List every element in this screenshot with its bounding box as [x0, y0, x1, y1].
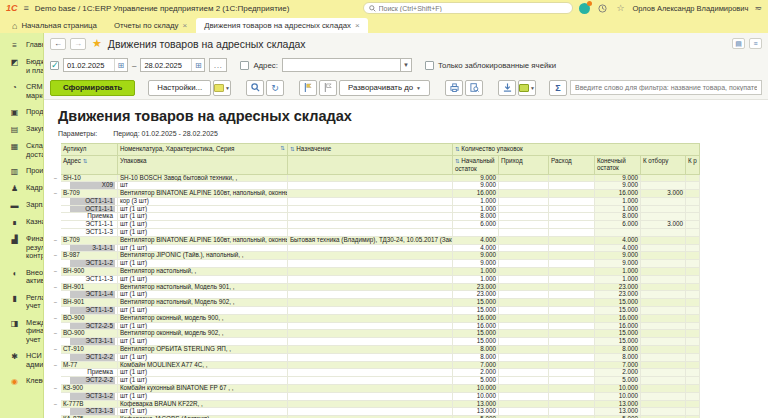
col-purpose[interactable]: ⇅ Назначение — [287, 144, 452, 156]
cell-begin[interactable]: 9.000 — [452, 182, 498, 190]
cell-begin[interactable]: 16.000 — [452, 190, 498, 198]
row-gutter[interactable] — [50, 377, 60, 385]
cell-pick[interactable] — [640, 392, 685, 400]
cell-begin[interactable]: 2.000 — [452, 369, 498, 377]
cell-place[interactable] — [685, 299, 699, 307]
cell-purpose[interactable] — [287, 322, 452, 330]
cell-artikul[interactable]: КЗ-900 — [60, 385, 117, 393]
cell-packing[interactable]: шт — [117, 182, 287, 190]
cell-end[interactable]: 16.000 — [594, 190, 640, 198]
row-gutter[interactable] — [50, 408, 60, 416]
cell-outflow[interactable] — [548, 190, 594, 198]
cell-end[interactable]: 8.000 — [594, 353, 640, 361]
cell-artikul[interactable]: М-77 — [60, 361, 117, 369]
cell-inflow[interactable] — [498, 369, 548, 377]
cell-nomenclature[interactable]: Вентилятор BINATONE ALPINE 160вт, наполь… — [117, 236, 287, 244]
cell-end[interactable]: 1.000 — [594, 205, 640, 213]
cell-nomenclature[interactable]: Вентилятор настольный, , — [117, 268, 287, 276]
cell-inflow[interactable] — [498, 236, 548, 244]
cell-inflow[interactable] — [498, 400, 548, 408]
expand-to-button[interactable]: Разворачивать до▼ — [339, 80, 430, 96]
cell-begin[interactable]: 15.000 — [452, 338, 498, 346]
cell-pick[interactable] — [640, 400, 685, 408]
cell-end[interactable]: 5.000 — [594, 377, 640, 385]
cell-artikul[interactable]: ВН-900 — [60, 268, 117, 276]
cell-artikul[interactable]: В-709 — [60, 236, 117, 244]
sort-icon[interactable]: ⇅ — [455, 146, 460, 152]
cell-end[interactable]: 4.000 — [594, 244, 640, 252]
collapse-icon[interactable]: − — [50, 346, 60, 354]
cell-place[interactable] — [685, 268, 699, 276]
cell-address[interactable]: ЭСТ1-1-5 — [60, 307, 117, 315]
cell-address[interactable]: ЭСТ2-2-2 — [60, 377, 117, 385]
cell-begin[interactable]: 1.000 — [452, 205, 498, 213]
cell-place[interactable] — [685, 229, 699, 237]
cell-begin[interactable]: 15.000 — [452, 299, 498, 307]
cell-begin[interactable]: 9.000 — [452, 174, 498, 182]
cell-address[interactable]: ЭСТ1-1-1 — [60, 221, 117, 229]
cell-purpose[interactable] — [287, 283, 452, 291]
cell-begin[interactable]: 5.000 — [452, 377, 498, 385]
cell-begin[interactable]: 4.000 — [452, 244, 498, 252]
cell-purpose[interactable] — [287, 385, 452, 393]
cell-pick[interactable] — [640, 229, 685, 237]
col-purpose-sub[interactable] — [287, 155, 452, 174]
cell-packing[interactable]: шт (1 шт) — [117, 369, 287, 377]
find-icon[interactable] — [246, 80, 264, 96]
cell-inflow[interactable] — [498, 229, 548, 237]
cell-purpose[interactable] — [287, 221, 452, 229]
cell-place[interactable] — [685, 205, 699, 213]
cell-purpose[interactable] — [287, 275, 452, 283]
cell-outflow[interactable] — [548, 236, 594, 244]
sidebar-item-assets[interactable]: ◖Внеоборотные активы — [0, 265, 43, 290]
cell-inflow[interactable] — [498, 244, 548, 252]
cell-nomenclature[interactable]: Вентилятор оконный, модель 900, , — [117, 314, 287, 322]
cell-artikul[interactable]: ВН-901 — [60, 283, 117, 291]
calendar-icon[interactable]: ⊞ — [191, 59, 204, 71]
collapse-icon[interactable]: − — [50, 283, 60, 291]
cell-pick[interactable] — [640, 197, 685, 205]
cell-begin[interactable]: 10.000 — [452, 385, 498, 393]
cell-end[interactable]: 9.000 — [594, 260, 640, 268]
cell-inflow[interactable] — [498, 268, 548, 276]
table-row[interactable]: ЭСТ2-2-2шт (1 шт)5.0005.000 — [50, 377, 699, 385]
sidebar-item-fin-result[interactable]: ▟Финансовый результат и контроллинг — [0, 231, 43, 265]
cell-begin[interactable]: 8.000 — [452, 346, 498, 354]
cell-outflow[interactable] — [548, 346, 594, 354]
cell-begin[interactable]: 16.000 — [452, 314, 498, 322]
cell-inflow[interactable] — [498, 392, 548, 400]
back-button[interactable]: ← — [50, 38, 66, 50]
table-row[interactable]: ЭСТ3-1-2шт (1 шт)10.00010.000 — [50, 392, 699, 400]
cell-outflow[interactable] — [548, 330, 594, 338]
cell-place[interactable] — [685, 221, 699, 229]
cell-inflow[interactable] — [498, 221, 548, 229]
cell-place[interactable] — [685, 283, 699, 291]
cell-begin[interactable]: 8.000 — [452, 353, 498, 361]
sidebar-item-cleverence[interactable]: ◉Клеверенс — [0, 373, 43, 390]
cell-purpose[interactable] — [287, 353, 452, 361]
cell-end[interactable]: 23.000 — [594, 291, 640, 299]
tab-goods-movements[interactable]: Движения товаров на адресных складах× — [196, 18, 368, 33]
cell-inflow[interactable] — [498, 408, 548, 416]
cell-place[interactable] — [685, 377, 699, 385]
row-gutter[interactable] — [50, 197, 60, 205]
cell-place[interactable] — [685, 197, 699, 205]
cell-address[interactable]: ЭСТ2-2-5 — [60, 322, 117, 330]
cell-outflow[interactable] — [548, 369, 594, 377]
cell-outflow[interactable] — [548, 205, 594, 213]
cell-outflow[interactable] — [548, 182, 594, 190]
cell-place[interactable] — [685, 385, 699, 393]
collapse-groups-icon[interactable] — [299, 80, 317, 96]
cell-packing[interactable]: шт (1 шт) — [117, 291, 287, 299]
cell-outflow[interactable] — [548, 408, 594, 416]
cell-artikul[interactable]: ВО-900 — [60, 330, 117, 338]
cell-address[interactable]: Приемка — [60, 213, 117, 221]
cell-inflow[interactable] — [498, 190, 548, 198]
cell-packing[interactable]: шт (1 шт) — [117, 392, 287, 400]
table-row[interactable]: −ВО-900Вентилятор оконный, модель 900, ,… — [50, 314, 699, 322]
cell-purpose[interactable] — [287, 205, 452, 213]
cell-outflow[interactable] — [548, 338, 594, 346]
current-user[interactable]: Орлов Александр Владимирович — [633, 4, 749, 13]
cell-outflow[interactable] — [548, 197, 594, 205]
cell-inflow[interactable] — [498, 353, 548, 361]
